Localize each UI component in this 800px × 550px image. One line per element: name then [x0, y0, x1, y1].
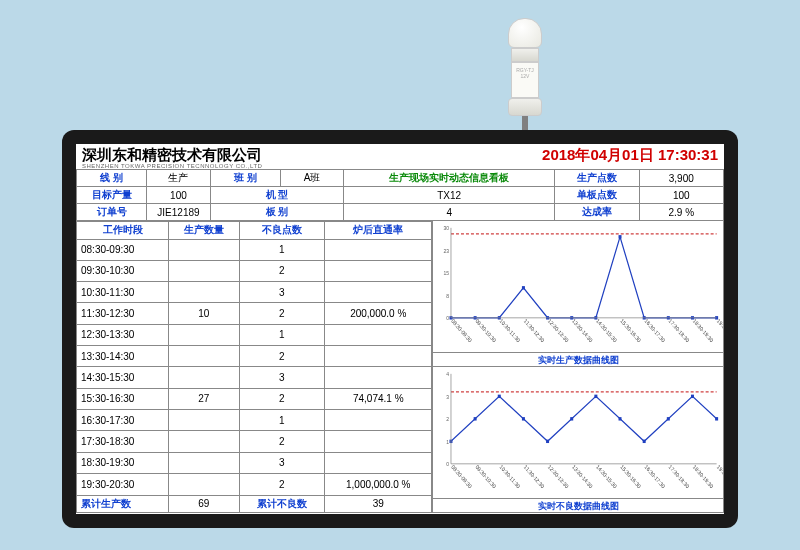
svg-text:08:30-09:30: 08:30-09:30 — [451, 463, 474, 489]
table-row: 11:30-12:30102200,000.0 % — [77, 303, 432, 324]
table-row: 14:30-15:303 — [77, 367, 432, 388]
monitor-frame: 深圳东和精密技术有限公司 2018年04月01日 17:30:31 SHENZH… — [62, 130, 738, 528]
table-row: 08:30-09:301 — [77, 239, 432, 260]
chart-production-title: 实时生产数据曲线图 — [433, 352, 723, 367]
svg-text:15:30-16:30: 15:30-16:30 — [620, 317, 643, 343]
board-label: 板 别 — [210, 204, 344, 221]
datetime: 2018年04月01日 17:30:31 — [542, 146, 718, 165]
line-label: 线 别 — [77, 170, 147, 187]
svg-text:10:30-11:30: 10:30-11:30 — [499, 317, 522, 343]
sum-d-value: 39 — [325, 495, 432, 513]
table-row: 10:30-11:303 — [77, 282, 432, 303]
svg-rect-47 — [667, 417, 670, 420]
rate-value: 2.9 % — [639, 204, 723, 221]
svg-text:15: 15 — [444, 270, 450, 276]
model-value: TX12 — [344, 187, 555, 204]
sum-q-value: 69 — [169, 495, 240, 513]
sum-d-label: 累计不良数 — [239, 495, 325, 513]
order-label: 订单号 — [77, 204, 147, 221]
col-header: 工作时段 — [77, 222, 169, 240]
target-label: 目标产量 — [77, 187, 147, 204]
svg-text:12:30-13:30: 12:30-13:30 — [547, 463, 570, 489]
signal-tower: RGY-TJ12V — [500, 18, 550, 138]
svg-rect-40 — [498, 395, 501, 398]
table-row: 19:30-20:3021,000,000.0 % — [77, 474, 432, 495]
banner-text: 生产现场实时动态信息看板 — [344, 170, 555, 187]
svg-rect-49 — [716, 417, 719, 420]
svg-rect-45 — [619, 417, 622, 420]
order-value: JIE12189 — [147, 204, 210, 221]
chart-defect-title: 实时不良数据曲线图 — [433, 498, 723, 512]
svg-text:0: 0 — [447, 315, 450, 321]
svg-text:17:30-18:30: 17:30-18:30 — [668, 317, 691, 343]
table-row: 12:30-13:301 — [77, 324, 432, 345]
table-row: 09:30-10:302 — [77, 260, 432, 281]
table-row: 13:30-14:302 — [77, 346, 432, 367]
svg-text:11:30-12:30: 11:30-12:30 — [523, 463, 546, 489]
points-value: 3,900 — [639, 170, 723, 187]
svg-text:1: 1 — [447, 438, 450, 444]
chart-production: 0815233008:30-09:3009:30-10:3010:30-11:3… — [433, 221, 723, 367]
svg-text:13:30-14:30: 13:30-14:30 — [571, 463, 594, 489]
svg-text:17:30-18:30: 17:30-18:30 — [668, 463, 691, 489]
sum-q-label: 累计生产数 — [77, 495, 169, 513]
svg-text:10:30-11:30: 10:30-11:30 — [499, 463, 522, 489]
shift-value: A班 — [280, 170, 343, 187]
dashboard-screen: 深圳东和精密技术有限公司 2018年04月01日 17:30:31 SHENZH… — [76, 144, 724, 514]
svg-text:18:30-19:30: 18:30-19:30 — [692, 317, 715, 343]
svg-text:08:30-09:30: 08:30-09:30 — [451, 317, 474, 343]
svg-text:23: 23 — [444, 247, 450, 253]
svg-rect-41 — [522, 417, 525, 420]
svg-rect-46 — [643, 440, 646, 443]
line-value: 生产 — [147, 170, 210, 187]
svg-text:18:30-19:30: 18:30-19:30 — [692, 463, 715, 489]
target-value: 100 — [147, 187, 210, 204]
data-table: 工作时段生产数量不良点数炉后直通率 08:30-09:30109:30-10:3… — [76, 221, 432, 513]
info-table: 线 别 生产 班 别 A班 生产现场实时动态信息看板 生产点数 3,900 目标… — [76, 169, 724, 221]
svg-text:4: 4 — [447, 371, 450, 377]
table-row: 15:30-16:3027274,074.1 % — [77, 388, 432, 409]
chart-defect: 0123408:30-09:3009:30-10:3010:30-11:3011… — [433, 367, 723, 512]
svg-text:19:30-20:30: 19:30-20:30 — [716, 463, 723, 489]
svg-text:13:30-14:30: 13:30-14:30 — [571, 317, 594, 343]
svg-text:16:30-17:30: 16:30-17:30 — [644, 463, 667, 489]
svg-text:14:30-15:30: 14:30-15:30 — [596, 317, 619, 343]
svg-text:14:30-15:30: 14:30-15:30 — [596, 463, 619, 489]
svg-text:09:30-10:30: 09:30-10:30 — [475, 317, 498, 343]
col-header: 不良点数 — [239, 222, 325, 240]
svg-text:2: 2 — [447, 416, 450, 422]
shift-label: 班 别 — [210, 170, 280, 187]
table-row: 17:30-18:302 — [77, 431, 432, 452]
table-row: 16:30-17:301 — [77, 410, 432, 431]
col-header: 炉后直通率 — [325, 222, 432, 240]
board-value: 4 — [344, 204, 555, 221]
svg-rect-43 — [571, 417, 574, 420]
svg-rect-13 — [619, 235, 622, 238]
svg-rect-39 — [474, 417, 477, 420]
points-label: 生产点数 — [555, 170, 639, 187]
model-label: 机 型 — [210, 187, 344, 204]
svg-text:12:30-13:30: 12:30-13:30 — [547, 317, 570, 343]
rate-label: 达成率 — [555, 204, 639, 221]
board-pts-label: 单板点数 — [555, 187, 639, 204]
svg-text:3: 3 — [447, 393, 450, 399]
svg-rect-48 — [691, 395, 694, 398]
svg-text:30: 30 — [444, 225, 450, 231]
svg-text:15:30-16:30: 15:30-16:30 — [620, 463, 643, 489]
board-pts-value: 100 — [639, 187, 723, 204]
svg-text:09:30-10:30: 09:30-10:30 — [475, 463, 498, 489]
svg-rect-42 — [546, 440, 549, 443]
svg-rect-44 — [595, 395, 598, 398]
svg-text:11:30-12:30: 11:30-12:30 — [523, 317, 546, 343]
svg-text:19:30-20:30: 19:30-20:30 — [716, 317, 723, 343]
table-row: 18:30-19:303 — [77, 452, 432, 473]
svg-text:16:30-17:30: 16:30-17:30 — [644, 317, 667, 343]
svg-text:8: 8 — [447, 292, 450, 298]
col-header: 生产数量 — [169, 222, 240, 240]
svg-rect-9 — [522, 286, 525, 289]
svg-text:0: 0 — [447, 461, 450, 467]
